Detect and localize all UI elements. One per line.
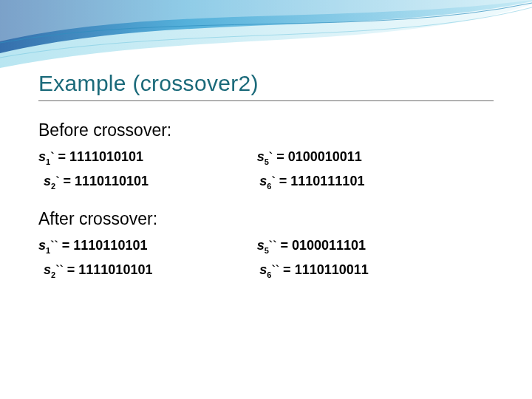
- slide-title: Example (crossover2): [38, 71, 494, 96]
- before-s2: s2` = 1110110101: [44, 174, 259, 191]
- slide-content: Example (crossover2) Before crossover: s…: [0, 0, 532, 279]
- after-s2: s2`` = 1111010101: [44, 262, 259, 279]
- table-row: s1`` = 1110110101 s5`` = 0100011101: [38, 238, 494, 255]
- before-s1: s1` = 1111010101: [38, 149, 257, 166]
- after-s1: s1`` = 1110110101: [38, 238, 257, 255]
- before-s6: s6` = 1110111101: [259, 174, 475, 191]
- title-underline: [38, 100, 494, 101]
- table-row: s1` = 1111010101 s5` = 0100010011: [38, 149, 494, 166]
- before-s5: s5` = 0100010011: [257, 149, 476, 166]
- after-s5: s5`` = 0100011101: [257, 238, 476, 255]
- table-row: s2`` = 1111010101 s6`` = 1110110011: [38, 262, 494, 279]
- before-table: s1` = 1111010101 s5` = 0100010011 s2` = …: [38, 149, 494, 190]
- table-row: s2` = 1110110101 s6` = 1110111101: [38, 174, 494, 191]
- after-heading: After crossover:: [38, 209, 494, 229]
- after-s6: s6`` = 1110110011: [259, 262, 475, 279]
- before-heading: Before crossover:: [38, 120, 494, 140]
- after-table: s1`` = 1110110101 s5`` = 0100011101 s2``…: [38, 238, 494, 279]
